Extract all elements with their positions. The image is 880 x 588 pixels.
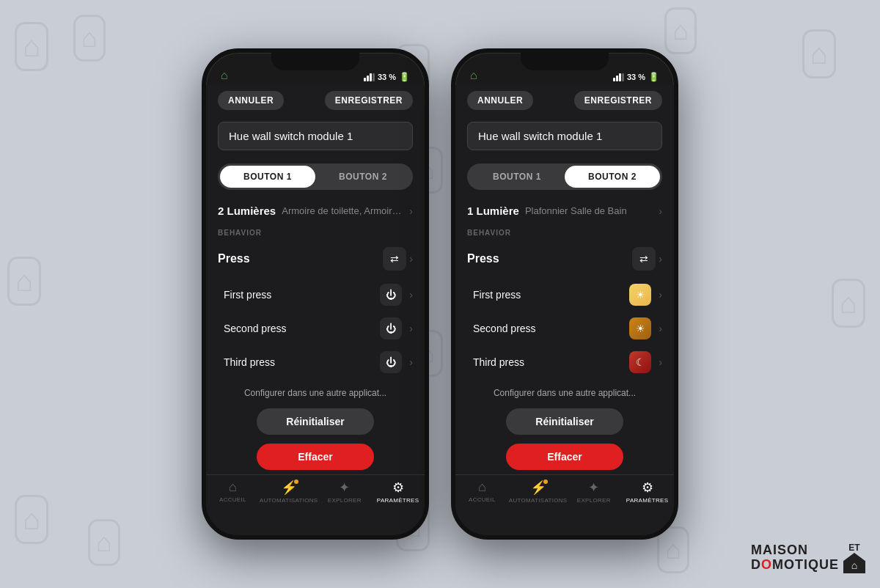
sub-press-label-1-3: Third press [224,356,380,368]
signal-bar-2-2 [616,76,618,81]
sub-press-label-2-3: Third press [473,356,629,368]
phone-2: ⌂ 33 % 🔋 ANNULER ENREGISTRER [451,48,678,540]
save-button-1[interactable]: ENREGISTRER [325,91,413,110]
logo-house-shape: ⌂ [843,553,865,573]
nav-dot-1 [294,479,298,484]
reset-button-2[interactable]: Réinitialiser [506,408,623,435]
signal-bars-1 [364,73,375,81]
action-bar-2: ANNULER ENREGISTRER [455,85,674,116]
nav-auto-2[interactable]: ⚡ AUTOMATISATIONS [509,479,568,504]
device-name-container-1: Hue wall switch module 1 [206,116,425,156]
cancel-button-2[interactable]: ANNULER [467,91,533,110]
status-right-2: 33 % 🔋 [613,72,659,82]
status-left-2: ⌂ [470,69,477,82]
sub-chevron-1-2: › [409,323,413,334]
press-row-2[interactable]: Press ⇄ › [455,240,674,278]
sub-press-label-1-2: Second press [224,323,380,334]
delete-button-2[interactable]: Effacer [506,444,623,470]
signal-bar-2-3 [619,73,621,81]
nav-params-1[interactable]: ⚙ PARAMÈTRES [371,479,425,504]
signal-text-2: 33 % [627,73,645,81]
scene-icon-2-3: ☾ [629,351,651,373]
screen-1: ANNULER ENREGISTRER Hue wall switch modu… [206,85,425,535]
sub-chevron-2-2: › [659,323,662,334]
nav-auto-label-2: AUTOMATISATIONS [509,497,568,504]
nav-explorer-label-2: EXPLORER [577,497,611,504]
signal-bar-3 [370,73,372,81]
press-chevron-1: › [409,253,413,265]
scene-icon-1-2: ⏻ [380,317,402,339]
phone-notch-2 [521,53,609,70]
lights-row-2[interactable]: 1 Lumière Plafonnier Salle de Bain › [455,197,674,224]
signal-text-1: 33 % [378,73,396,81]
sub-chevron-2-1: › [659,289,662,301]
device-name-container-2: Hue wall switch module 1 [455,116,674,156]
press-label-2: Press [467,252,632,265]
scene-icon-2-1: ☀ [629,284,651,306]
tab-button-2-2[interactable]: BOUTON 2 [565,166,660,188]
nav-explorer-icon-1: ✦ [339,479,350,496]
delete-button-1[interactable]: Effacer [257,444,374,470]
sub-chevron-2-3: › [659,356,662,368]
reset-button-1[interactable]: Réinitialiser [257,408,374,435]
press-icon-2: ⇄ [632,247,656,271]
nav-params-2[interactable]: ⚙ PARAMÈTRES [620,479,674,504]
nav-explorer-2[interactable]: ✦ EXPLORER [567,479,620,504]
press-chevron-2: › [659,253,662,265]
lights-count-1: 2 Lumières [218,205,276,217]
scene-icon-1-1: ⏻ [380,284,402,306]
sub-press-row-1-3[interactable]: Third press ⏻ › [206,345,425,379]
logo-line1: MAISON [751,543,839,558]
nav-params-label-2: PARAMÈTRES [626,497,669,504]
press-label-1: Press [218,252,383,265]
nav-explorer-1[interactable]: ✦ EXPLORER [318,479,371,504]
cancel-button-1[interactable]: ANNULER [218,91,284,110]
configure-link-1[interactable]: Configurer dans une autre applicat... [206,382,425,404]
tab-button-1-2[interactable]: BOUTON 2 [315,166,411,188]
sub-press-row-1-1[interactable]: First press ⏻ › [206,278,425,312]
tab-button-1-1[interactable]: BOUTON 1 [220,166,315,188]
nav-accueil-label-1: ACCUEIL [219,496,246,503]
bottom-nav-2: ⌂ ACCUEIL ⚡ AUTOMATISATIONS ✦ EXPLORER ⚙… [455,474,674,510]
lights-row-1[interactable]: 2 Lumières Armoire de toilette, Armoire … [206,197,425,224]
nav-params-icon-2: ⚙ [642,479,653,496]
sub-chevron-1-3: › [409,356,413,368]
bottom-nav-1: ⌂ ACCUEIL ⚡ AUTOMATISATIONS ✦ EXPLORER ⚙… [206,474,425,510]
sub-press-row-2-3[interactable]: Third press ☾ › [455,345,674,379]
nav-accueil-1[interactable]: ⌂ ACCUEIL [206,479,260,504]
behavior-label-1: BEHAVIOR [206,224,425,240]
lights-desc-2: Plafonnier Salle de Bain [525,205,656,216]
sub-press-row-2-1[interactable]: First press ☀ › [455,278,674,312]
tab-button-2-1[interactable]: BOUTON 1 [469,166,565,188]
signal-bars-2 [613,73,624,81]
lights-count-2: 1 Lumière [467,205,519,217]
nav-accueil-2[interactable]: ⌂ ACCUEIL [455,479,509,504]
phone-1: ⌂ 33 % 🔋 ANNULER ENREGISTRER [202,48,429,540]
nav-auto-1[interactable]: ⚡ AUTOMATISATIONS [260,479,318,504]
device-name-input-1[interactable]: Hue wall switch module 1 [218,122,413,150]
press-row-1[interactable]: Press ⇄ › [206,240,425,278]
phone-notch-1 [271,53,359,70]
save-button-2[interactable]: ENREGISTRER [574,91,662,110]
signal-bar-1 [364,78,366,81]
nav-params-icon-1: ⚙ [392,479,404,496]
signal-bar-2 [367,76,369,81]
logo-et: ET [848,543,859,553]
nav-explorer-label-1: EXPLORER [328,497,362,504]
phones-container: ⌂ 33 % 🔋 ANNULER ENREGISTRER [202,48,678,540]
nav-auto-icon-1: ⚡ [281,479,297,496]
sub-press-label-1-1: First press [224,289,380,301]
sub-press-row-1-2[interactable]: Second press ⏻ › [206,312,425,345]
signal-bar-2-1 [613,78,615,81]
home-status-icon-2: ⌂ [470,69,477,82]
nav-params-label-1: PARAMÈTRES [377,497,419,504]
press-icon-1: ⇄ [383,247,406,271]
tab-bar-2: BOUTON 1 BOUTON 2 [467,163,662,190]
sub-press-row-2-2[interactable]: Second press ☀ › [455,312,674,345]
device-name-input-2[interactable]: Hue wall switch module 1 [467,122,662,150]
home-status-icon-1: ⌂ [221,69,228,82]
status-left-1: ⌂ [221,69,228,82]
scene-icon-1-3: ⏻ [380,351,402,373]
configure-link-2[interactable]: Configurer dans une autre applicat... [455,382,674,404]
lights-chevron-2: › [659,205,662,217]
